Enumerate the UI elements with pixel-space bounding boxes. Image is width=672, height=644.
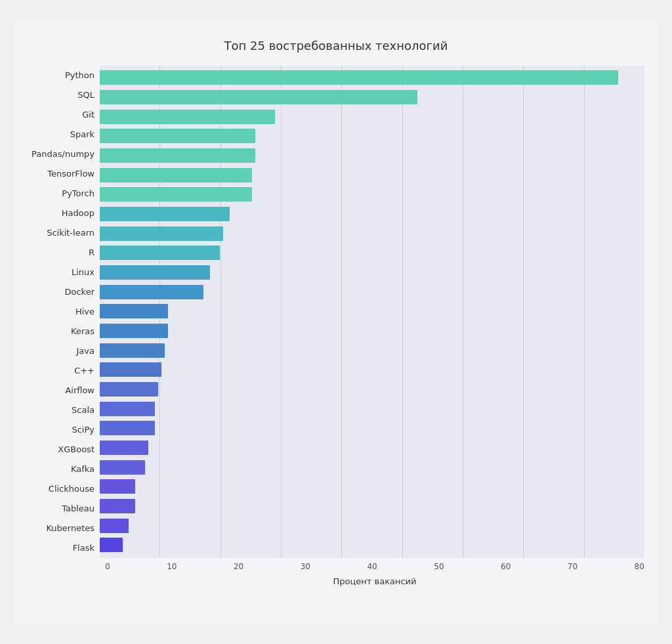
- bar: [100, 519, 129, 533]
- bar-row: [100, 536, 644, 554]
- x-ticks: 01020304050607080: [105, 562, 644, 571]
- y-label: Tableau: [28, 504, 94, 513]
- bar: [100, 421, 155, 435]
- x-tick: 60: [501, 562, 511, 571]
- bar-row: [100, 225, 644, 243]
- bar-row: [100, 322, 644, 340]
- bar: [100, 70, 618, 85]
- bar-row: [100, 302, 644, 320]
- bar: [100, 187, 252, 202]
- y-labels: PythonSQLGitSparkPandas/numpyTensorFlowP…: [28, 66, 100, 558]
- bar: [100, 168, 252, 182]
- bar-row: [100, 263, 644, 282]
- x-tick: 0: [105, 562, 110, 571]
- chart-area: PythonSQLGitSparkPandas/numpyTensorFlowP…: [28, 66, 644, 558]
- x-tick: 10: [167, 562, 177, 571]
- y-label: SQL: [28, 91, 94, 99]
- bar: [100, 440, 148, 455]
- bar-row: [100, 127, 644, 145]
- y-label: Linux: [28, 268, 94, 276]
- bar: [100, 460, 145, 475]
- bar-row: [100, 400, 644, 418]
- bar: [100, 362, 161, 377]
- bar: [100, 304, 168, 318]
- y-label: PyTorch: [28, 189, 94, 198]
- bar: [100, 402, 155, 416]
- y-label: Flask: [28, 544, 94, 552]
- bar-row: [100, 497, 644, 515]
- bar: [100, 265, 210, 280]
- plot-area: [100, 66, 644, 558]
- x-axis-label: Процент вакансий: [105, 576, 644, 586]
- y-label: Pandas/numpy: [28, 150, 94, 158]
- bar-row: [100, 185, 644, 204]
- bar-row: [100, 439, 644, 457]
- bar: [100, 343, 165, 358]
- bar-row: [100, 458, 644, 477]
- y-label: Python: [28, 71, 94, 79]
- bar-row: [100, 477, 644, 496]
- bar-row: [100, 360, 644, 379]
- bar: [100, 499, 135, 513]
- y-label: Airflow: [28, 386, 94, 395]
- bar: [100, 90, 417, 104]
- bar-row: [100, 88, 644, 106]
- x-tick: 30: [301, 562, 310, 571]
- y-label: Docker: [28, 288, 94, 296]
- y-label: XGBoost: [28, 445, 94, 454]
- bar-row: [100, 205, 644, 223]
- x-tick: 20: [234, 562, 243, 571]
- bar-row: [100, 380, 644, 398]
- y-label: C++: [28, 366, 94, 375]
- y-label: Keras: [28, 327, 94, 335]
- y-label: Spark: [28, 130, 94, 139]
- bar: [100, 479, 135, 494]
- y-label: R: [28, 248, 94, 257]
- bar-row: [100, 146, 644, 165]
- y-label: Scala: [28, 406, 94, 414]
- bar: [100, 110, 275, 124]
- x-tick: 70: [568, 562, 578, 571]
- y-label: Git: [28, 110, 94, 119]
- x-tick: 40: [367, 562, 377, 571]
- bar-row: [100, 419, 644, 437]
- y-label: Kubernetes: [28, 524, 94, 532]
- bar-row: [100, 68, 644, 87]
- bar: [100, 148, 255, 163]
- bar: [100, 129, 255, 143]
- bar: [100, 538, 123, 552]
- bar: [100, 382, 158, 397]
- y-label: Java: [28, 347, 94, 355]
- x-tick: 80: [635, 562, 644, 571]
- bar: [100, 324, 168, 338]
- bars-wrapper: [100, 66, 644, 558]
- chart-container: Топ 25 востребованных технологий PythonS…: [14, 19, 658, 626]
- bar-row: [100, 283, 644, 301]
- x-tick: 50: [434, 562, 444, 571]
- bar-row: [100, 166, 644, 184]
- bar: [100, 207, 230, 221]
- y-label: SciPy: [28, 425, 94, 434]
- y-label: Hive: [28, 307, 94, 316]
- y-label: Hadoop: [28, 209, 94, 217]
- chart-title: Топ 25 востребованных технологий: [28, 39, 644, 53]
- bar: [100, 226, 223, 241]
- y-label: TensorFlow: [28, 169, 94, 178]
- bar-row: [100, 108, 644, 126]
- bar: [100, 285, 203, 299]
- bar-row: [100, 244, 644, 262]
- y-label: Scikit-learn: [28, 228, 94, 237]
- bar-row: [100, 517, 644, 535]
- bar: [100, 246, 220, 260]
- x-axis-area: 01020304050607080 Процент вакансий: [105, 562, 644, 586]
- bar-row: [100, 341, 644, 360]
- y-label: Kafka: [28, 465, 94, 473]
- y-label: Clickhouse: [28, 484, 94, 493]
